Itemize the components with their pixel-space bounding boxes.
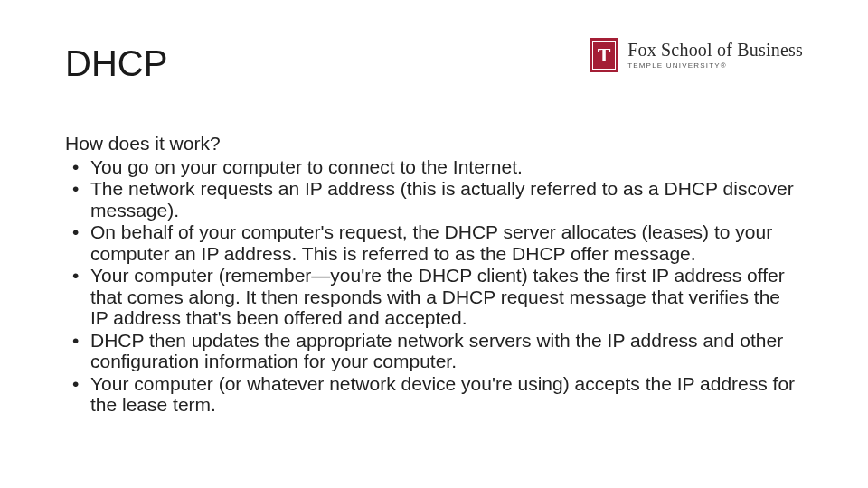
list-item: Your computer (remember—you're the DHCP … <box>65 265 803 329</box>
bullet-text: Your computer (or whatever network devic… <box>90 373 795 416</box>
list-item: You go on your computer to connect to th… <box>65 156 803 178</box>
list-item: Your computer (or whatever network devic… <box>65 373 803 416</box>
list-item: On behalf of your computer's request, th… <box>65 221 803 264</box>
school-logo: T Fox School of Business TEMPLE UNIVERSI… <box>590 38 803 72</box>
logo-line2: TEMPLE UNIVERSITY® <box>627 62 803 70</box>
slide: T Fox School of Business TEMPLE UNIVERSI… <box>0 0 868 488</box>
temple-t-icon: T <box>590 38 618 72</box>
logo-text: Fox School of Business TEMPLE UNIVERSITY… <box>627 41 803 70</box>
bullet-text: You go on your computer to connect to th… <box>90 156 523 177</box>
bullet-text: The network requests an IP address (this… <box>90 178 794 221</box>
slide-body: How does it work? You go on your compute… <box>65 133 803 416</box>
intro-text: How does it work? <box>65 133 803 155</box>
logo-glyph: T <box>598 45 611 65</box>
logo-line1: Fox School of Business <box>627 41 803 59</box>
bullet-text: Your computer (remember—you're the DHCP … <box>90 265 785 328</box>
bullet-list: You go on your computer to connect to th… <box>65 156 803 416</box>
list-item: The network requests an IP address (this… <box>65 178 803 221</box>
list-item: DHCP then updates the appropriate networ… <box>65 330 803 372</box>
bullet-text: DHCP then updates the appropriate networ… <box>90 330 783 372</box>
bullet-text: On behalf of your computer's request, th… <box>90 221 772 264</box>
